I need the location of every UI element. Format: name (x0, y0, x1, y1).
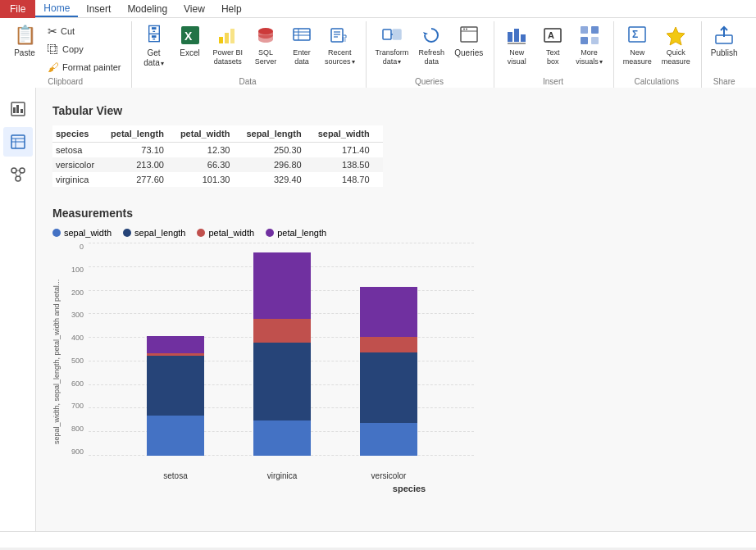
bar-segment (360, 337, 417, 352)
stacked-bar-virginica (253, 252, 311, 456)
queries-label: Queries (371, 75, 488, 88)
transform-button[interactable]: Transformdata▾ (371, 21, 413, 69)
bar-segment (253, 343, 311, 420)
get-data-button[interactable]: 🗄 Getdata▾ (137, 21, 171, 70)
chart-legend: sepal_width sepal_length petal_width pet… (52, 228, 740, 238)
svg-rect-14 (383, 30, 391, 39)
format-painter-button[interactable]: 🖌 Format painter (44, 59, 125, 75)
ribbon: 📋 Paste ✂ Cut ⿻ Copy 🖌 Format pain (0, 18, 756, 88)
chart-area: sepal_width, sepal_length, petal_width a… (52, 243, 740, 480)
clipboard-group: 📋 Paste ✂ Cut ⿻ Copy 🖌 Format pain (3, 21, 132, 88)
legend-dot-sepal-length (123, 229, 131, 237)
status-bar (0, 531, 756, 548)
queries-group: Transformdata▾ Refreshdata Queries Queri… (368, 21, 495, 88)
svg-point-43 (20, 168, 25, 173)
stacked-bar-setosa (147, 336, 204, 456)
bar-segment (360, 352, 417, 423)
paste-button[interactable]: 📋 Paste (7, 21, 43, 61)
svg-point-18 (463, 29, 465, 30)
bars-container (90, 243, 474, 456)
svg-rect-20 (508, 32, 512, 42)
main-content: Tabular View species petal_length petal_… (36, 88, 756, 531)
svg-line-46 (15, 172, 17, 177)
refresh-icon (418, 24, 444, 47)
insert-group: Newvisual A Textbox Morevisuals▾ Insert (496, 21, 614, 88)
x-labels: setosavirginicaversicolor (90, 468, 474, 480)
sidebar-report-icon[interactable] (3, 94, 33, 124)
svg-rect-29 (591, 37, 599, 44)
svg-rect-26 (581, 26, 588, 34)
menu-insert[interactable]: Insert (78, 0, 119, 17)
sidebar-data-icon[interactable] (3, 127, 33, 157)
bar-group-setosa (139, 336, 212, 456)
more-visuals-button[interactable]: Morevisuals▾ (572, 21, 607, 69)
col-sepal-length: sepal_length (243, 125, 314, 143)
svg-rect-6 (294, 29, 310, 40)
powerbi-icon (215, 24, 241, 47)
excel-button[interactable]: X Excel (173, 21, 207, 61)
publish-button[interactable]: Publish (707, 21, 742, 61)
transform-icon (379, 24, 405, 47)
legend-dot-petal-width (197, 229, 205, 237)
new-visual-button[interactable]: Newvisual (499, 21, 534, 69)
recent-sources-button[interactable]: Recentsources▾ (321, 21, 359, 69)
new-measure-button[interactable]: Σ Newmeasure (619, 21, 656, 69)
svg-rect-16 (461, 27, 477, 42)
svg-rect-2 (219, 37, 223, 43)
menu-home[interactable]: Home (35, 0, 78, 17)
table-row: setosa 73.10 12.30 250.30 171.40 (52, 143, 383, 158)
quick-measure-button[interactable]: Quickmeasure (658, 21, 695, 69)
new-visual-icon (503, 24, 530, 47)
svg-rect-27 (591, 26, 599, 34)
tabular-title: Tabular View (52, 104, 740, 117)
paste-icon: 📋 (11, 24, 38, 47)
more-visuals-icon (576, 24, 603, 47)
bar-group-virginica (245, 252, 319, 456)
copy-button[interactable]: ⿻ Copy (44, 41, 125, 57)
bar-segment (253, 252, 311, 318)
legend-dot-sepal-width (52, 229, 61, 237)
col-petal-length: petal_length (107, 125, 177, 143)
svg-rect-36 (16, 105, 19, 113)
enter-data-icon (289, 24, 315, 47)
svg-rect-3 (225, 33, 229, 43)
legend-petal-width: petal_width (197, 228, 254, 238)
menu-view[interactable]: View (175, 0, 213, 17)
enter-data-button[interactable]: Enterdata (285, 21, 319, 69)
svg-point-44 (16, 176, 20, 181)
recent-sources-icon (326, 24, 353, 47)
x-label-virginica: virginica (245, 468, 319, 480)
svg-rect-4 (230, 29, 235, 43)
powerbi-datasets-button[interactable]: Power BIdatasets (209, 21, 248, 69)
text-box-icon: A (540, 24, 566, 47)
legend-sepal-width: sepal_width (52, 228, 112, 238)
file-label: File (10, 3, 25, 15)
menu-modeling[interactable]: Modeling (119, 0, 175, 17)
new-measure-icon: Σ (624, 24, 650, 47)
svg-rect-10 (331, 29, 343, 42)
cut-label: Cut (61, 26, 75, 36)
text-box-button[interactable]: A Textbox (535, 21, 570, 69)
svg-point-42 (11, 168, 16, 173)
svg-line-47 (19, 172, 21, 177)
col-species: species (52, 125, 107, 143)
file-menu[interactable]: File (0, 0, 35, 18)
quick-measure-icon (663, 24, 689, 47)
copy-label: Copy (62, 44, 84, 54)
stacked-bar-versicolor (360, 287, 417, 456)
bar-segment (360, 423, 417, 456)
svg-rect-22 (521, 34, 526, 42)
get-data-icon: 🗄 (141, 24, 167, 47)
svg-text:X: X (184, 30, 193, 43)
svg-rect-28 (581, 37, 588, 44)
data-label: Data (137, 75, 359, 88)
legend-dot-petal-length (266, 229, 274, 237)
y-axis-label: sepal_width, sepal_length, petal_width a… (52, 243, 61, 480)
refresh-button[interactable]: Refreshdata (414, 21, 449, 69)
sidebar-model-icon[interactable] (3, 160, 33, 189)
y-labels: 900 800 700 600 500 400 300 200 100 0 (64, 243, 87, 456)
queries-button[interactable]: Queries (450, 21, 487, 61)
sql-server-button[interactable]: SQLServer (248, 21, 283, 69)
cut-button[interactable]: ✂ Cut (44, 23, 125, 39)
menu-help[interactable]: Help (213, 0, 250, 17)
